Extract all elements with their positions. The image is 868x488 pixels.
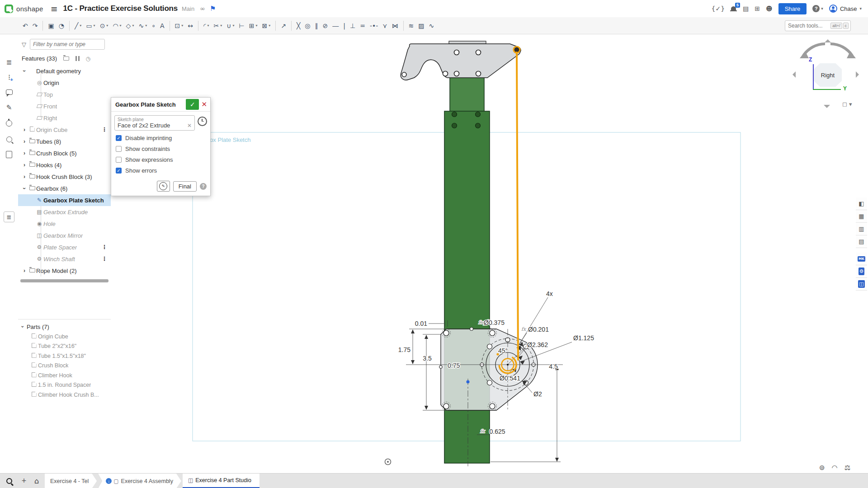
gearbox-plate-region[interactable] [441,329,538,410]
edge-point[interactable] [439,366,442,368]
perpendicular-tool[interactable]: ⊥ [348,21,357,30]
feature-row[interactable]: ⚙Plate Spacer⋮ [18,241,111,253]
part-row[interactable]: Tube 1.5"x1.5"x18" [18,351,111,361]
fillet-tool[interactable]: ◜▾ [202,21,211,30]
chevron-down-icon[interactable]: ▾ [120,23,122,28]
measure-tool[interactable]: ↗ [279,21,288,30]
variables-panel-icon[interactable]: ▤ [856,235,867,248]
equal-tool[interactable]: = [358,21,367,30]
user-caret-icon[interactable]: ▾ [859,6,862,11]
chevron-down-icon[interactable]: ▾ [220,23,222,28]
feature-row[interactable]: Front [18,100,111,112]
rollback-clock-icon[interactable] [198,117,207,126]
home-icon[interactable]: ⌂ [30,474,43,488]
versions-icon[interactable]: {✓} [712,5,725,12]
feature-row[interactable]: Right [18,112,111,124]
custom-tables-panel-icon[interactable]: ▥ [856,223,867,235]
feature-row[interactable]: ◎Origin [18,77,111,89]
feature-row[interactable]: Top [18,89,111,100]
rotate-left-arrow[interactable] [793,71,796,78]
chevron-right-icon[interactable]: › [21,162,28,168]
feature-row[interactable]: ›Origin Cube⋮ [18,124,111,136]
user-avatar[interactable] [829,5,837,13]
polygon-tool[interactable]: ◇▾ [124,21,136,30]
configurations-panel-icon[interactable]: ▦ [856,210,867,223]
corner-rectangle-tool[interactable]: ▭▾ [84,21,97,30]
chevron-down-icon[interactable]: ▾ [80,23,81,28]
tab-partstudio[interactable]: ◫Exercise 4 Part Studio [183,474,259,488]
feature-row[interactable]: ◫Gearbox Mirror [18,230,111,241]
tab-assembly[interactable]: ↓▢Exercise 4 Assembly [98,474,181,488]
sketch-expressions-tool[interactable]: ≋ [407,21,416,30]
rope-line[interactable] [517,52,518,360]
robot-app-icon[interactable]: ⚙ [856,265,867,278]
search-tools-box[interactable]: alt+/ c [785,20,851,31]
chevron-down-icon[interactable]: ▾ [181,23,183,28]
parallel-tool[interactable]: ∥ [313,21,320,30]
arc-tool[interactable]: ◠▾ [111,21,123,30]
text-tool[interactable]: A [158,21,166,30]
center-circle-tool[interactable]: ⊙▾ [98,21,110,30]
chevron-down-icon[interactable]: ▾ [255,23,257,28]
checkbox-row[interactable]: Show constraints [116,145,206,152]
feature-row[interactable]: ✎Gearbox Plate Sketch [18,194,111,206]
chevron-down-icon[interactable]: › [21,185,28,192]
documentation-app-icon[interactable]: ◫ [856,278,867,291]
redo-tool[interactable]: ↷ [31,21,40,30]
suppress-icon[interactable] [75,56,80,61]
view-cube-face[interactable]: Right [814,63,842,87]
learning-center-icon[interactable]: ☻ [766,5,773,12]
selected-point[interactable] [467,380,470,384]
checkbox-unchecked-icon[interactable] [116,146,122,152]
feature-row[interactable]: ◉Hole [18,218,111,230]
chevron-down-icon[interactable]: ▾ [269,23,270,28]
rollback-history-icon[interactable]: ◷ [86,56,90,62]
part-row[interactable]: Origin Cube [18,332,111,342]
tab-document[interactable]: Exercise 4 - Tel [45,474,97,488]
insert-point-icon[interactable] [0,71,18,84]
measure-tape-icon[interactable]: ⊚ [819,464,825,472]
feature-row[interactable]: ›Rope Model (2) [18,265,111,277]
extend-tool[interactable]: ⊢ [237,21,246,30]
feature-row[interactable]: ▤Gearbox Extrude [18,206,111,218]
feature-row[interactable]: ›Default geometry [18,65,111,77]
mass-properties-icon[interactable]: ⚖ [844,464,850,472]
tasks-icon[interactable]: ▤ [743,5,749,12]
origin-marker[interactable] [385,459,391,465]
chevron-down-icon[interactable]: ▾ [132,23,134,28]
trim-tool[interactable]: ✂▾ [212,21,224,30]
feature-row[interactable]: ›Gearbox (6) [18,183,111,194]
edge-point[interactable] [470,328,473,331]
undo-tool[interactable]: ↶ [21,21,30,30]
checkbox-checked-icon[interactable]: ✓ [116,168,122,174]
rotate-up-arrow[interactable] [825,39,831,42]
chevron-down-icon[interactable]: ▾ [207,23,209,28]
conic-tool[interactable]: ∿ [427,21,436,30]
pattern-tool[interactable]: ⊞▾ [247,21,259,30]
overflow-menu-icon[interactable]: ⋮ [102,127,107,133]
help-caret-icon[interactable]: ▾ [821,6,823,11]
part-row[interactable]: Climber Hook Crush B... [18,390,111,400]
accept-button[interactable]: ✓ [186,99,199,110]
document-title[interactable]: 1C - Practice Exercise Solutions [63,4,178,13]
use-project-tool[interactable]: ⊡▾ [173,21,185,30]
feature-list-icon[interactable]: ≣ [0,56,18,69]
overflow-menu-icon[interactable]: ⋮ [102,256,107,262]
chevron-right-icon[interactable]: › [21,150,28,156]
chevron-down-icon[interactable]: ▾ [232,23,234,28]
dimension-tool[interactable]: ↔ [186,21,195,30]
chevron-right-icon[interactable]: › [21,127,28,133]
new-folder-icon[interactable] [63,56,69,62]
search-document-icon[interactable] [0,474,18,488]
copy-tool[interactable]: ▣ [46,21,56,30]
appearance-panel-icon[interactable]: ◧ [856,197,867,210]
center-point[interactable] [507,364,509,366]
clear-selection-icon[interactable]: ✕ [187,122,192,129]
insert-dxf-tool[interactable]: ⊠▾ [260,21,272,30]
apps-icon[interactable]: ⊞ [755,5,760,12]
notes-icon[interactable]: ✎ [0,101,18,114]
checkbox-row[interactable]: ✓Show errors [116,167,206,174]
midpoint-tool[interactable]: -•- [368,21,380,30]
coincident-tool[interactable]: ╳ [295,21,302,30]
mkcad-app-icon[interactable]: MK [856,253,867,265]
